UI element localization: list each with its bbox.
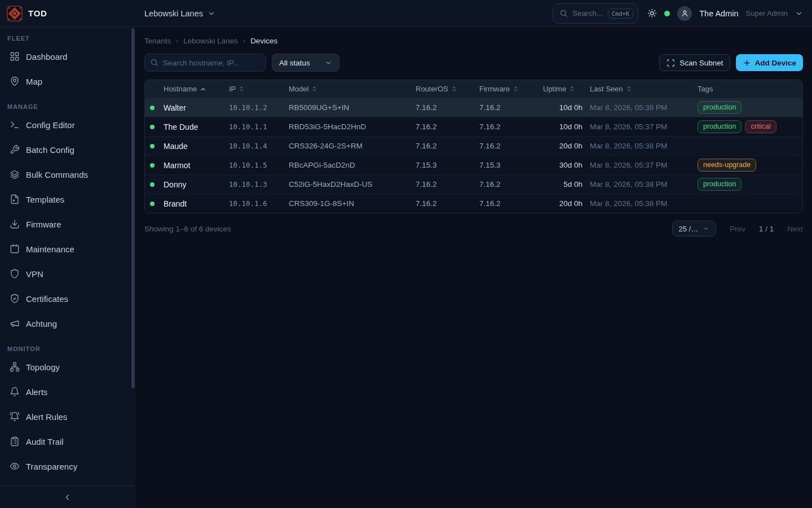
sidebar-section-manage: MANAGE (3, 103, 132, 110)
column-header-model[interactable]: Model (285, 85, 412, 93)
breadcrumb-item-devices: Devices (250, 37, 277, 45)
bell-ring-icon (10, 411, 20, 422)
sidebar-item-firmware[interactable]: Firmware (3, 212, 132, 237)
device-row-donny[interactable]: Donny 10.10.1.3 C52iG-5HaxD2HaxD-US 7.16… (145, 174, 802, 194)
device-tags: productioncritical (694, 120, 802, 133)
sidebar-item-certificates[interactable]: Certificates (3, 286, 132, 311)
sidebar-item-label: Config Editor (26, 120, 75, 130)
device-hostname: Walter (160, 103, 225, 112)
breadcrumb-item-lebowski-lanes[interactable]: Lebowski Lanes (183, 37, 238, 45)
bell-icon (10, 387, 20, 397)
table-footer: Showing 1–6 of 6 devices 25 /… Prev 1 / … (144, 221, 803, 237)
breadcrumb-separator: › (176, 37, 178, 45)
sidebar-scrollbar[interactable] (131, 28, 135, 388)
status-filter-select[interactable]: All status (272, 54, 339, 72)
device-routeros: 7.16.2 (412, 142, 475, 150)
device-row-the-dude[interactable]: The Dude 10.10.1.1 RBD53iG-5HacD2HnD 7.1… (145, 117, 802, 136)
column-header-last-seen[interactable]: Last Seen (586, 85, 694, 93)
main-content: Tenants›Lebowski Lanes›Devices All statu… (135, 27, 812, 508)
device-routeros: 7.16.2 (412, 180, 475, 189)
device-routeros: 7.16.2 (412, 199, 475, 208)
sidebar-item-batch-config[interactable]: Batch Config (3, 137, 132, 162)
page-size-select[interactable]: 25 /… (672, 221, 717, 237)
user-name: The Admin (699, 9, 738, 18)
sidebar-item-label: Alert Rules (26, 412, 67, 422)
search-icon (559, 9, 568, 17)
device-status-dot (150, 202, 155, 206)
add-device-button[interactable]: Add Device (736, 54, 803, 71)
page-indicator: 1 / 1 (759, 225, 774, 233)
next-page-button[interactable]: Next (787, 225, 803, 233)
global-search[interactable]: Search... Cmd+K (553, 3, 638, 24)
app-logo-icon (7, 6, 23, 21)
device-ip: 10.10.1.1 (225, 122, 285, 131)
sidebar-item-transparency[interactable]: Transparency (3, 454, 132, 479)
theme-toggle-sun-icon[interactable] (647, 8, 657, 18)
device-last-seen: Mar 8, 2026, 05:37 PM (586, 122, 694, 131)
device-tags: production (694, 178, 802, 191)
tag-production: production (698, 178, 742, 191)
device-row-brandt[interactable]: Brandt 10.10.1.6 CRS309-1G-8S+IN 7.16.2 … (145, 194, 802, 213)
scan-icon (667, 59, 675, 67)
scan-subnet-button[interactable]: Scan Subnet (659, 54, 730, 71)
device-status-dot (150, 182, 155, 187)
device-routeros: 7.15.3 (412, 161, 475, 169)
terminal-icon (10, 120, 20, 130)
device-model: RBcAPGi-5acD2nD (285, 161, 412, 169)
device-last-seen: Mar 8, 2026, 05:38 PM (586, 142, 694, 150)
device-row-maude[interactable]: Maude 10.10.1.4 CRS326-24G-2S+RM 7.16.2 … (145, 136, 802, 155)
column-header-uptime[interactable]: Uptime (539, 85, 586, 93)
device-ip: 10.10.1.3 (225, 180, 285, 189)
column-header-firmware[interactable]: Firmware (475, 85, 539, 93)
device-row-walter[interactable]: Walter 10.10.1.2 RB5009UG+S+IN 7.16.2 7.… (145, 98, 802, 117)
device-status-dot (150, 125, 155, 129)
column-header-routeros[interactable]: RouterOS (412, 85, 475, 93)
sidebar-item-vpn[interactable]: VPN (3, 261, 132, 286)
sidebar-item-audit-trail[interactable]: Audit Trail (3, 429, 132, 454)
page-size-value: 25 /… (679, 225, 699, 233)
devices-toolbar: All status Scan Subnet Add Device (144, 54, 803, 72)
chevron-down-icon (325, 59, 332, 67)
tenant-selector[interactable]: Lebowski Lanes (144, 9, 215, 18)
search-shortcut-badge: Cmd+K (608, 8, 634, 19)
sidebar-item-achtung[interactable]: Achtung (3, 311, 132, 336)
device-uptime: 10d 0h (539, 122, 586, 131)
sidebar-collapse-button[interactable] (0, 485, 135, 508)
column-header-hostname[interactable]: Hostname (160, 85, 225, 93)
sidebar-item-label: Audit Trail (26, 437, 64, 446)
sort-icon (569, 86, 575, 92)
device-status-dot (150, 144, 155, 148)
sidebar-item-bulk-commands[interactable]: Bulk Commands (3, 162, 132, 187)
avatar[interactable] (677, 6, 692, 21)
device-last-seen: Mar 8, 2026, 05:38 PM (586, 103, 694, 112)
sidebar-item-maintenance[interactable]: Maintenance (3, 237, 132, 261)
sidebar-item-dashboard[interactable]: Dashboard (3, 44, 132, 69)
device-hostname: The Dude (160, 122, 225, 132)
add-device-label: Add Device (754, 59, 796, 67)
devices-table-header: Hostname IP Model RouterOS Firmware Upti… (145, 80, 802, 98)
column-header-ip[interactable]: IP (225, 85, 285, 93)
sidebar-item-map[interactable]: Map (3, 69, 132, 94)
prev-page-button[interactable]: Prev (730, 225, 745, 233)
device-search-input[interactable] (144, 54, 266, 72)
sidebar-item-label: Alerts (26, 387, 47, 397)
device-model: CRS309-1G-8S+IN (285, 199, 412, 208)
device-row-marmot[interactable]: Marmot 10.10.1.5 RBcAPGi-5acD2nD 7.15.3 … (145, 155, 802, 174)
device-last-seen: Mar 8, 2026, 05:38 PM (586, 199, 694, 208)
sidebar-item-alerts[interactable]: Alerts (3, 379, 132, 404)
breadcrumb-item-tenants[interactable]: Tenants (144, 37, 171, 45)
clipboard-list-icon (10, 436, 20, 446)
devices-table-body: Walter 10.10.1.2 RB5009UG+S+IN 7.16.2 7.… (145, 98, 802, 213)
user-menu-chevron-icon[interactable] (795, 10, 803, 17)
sidebar-item-topology[interactable]: Topology (3, 354, 132, 379)
device-hostname: Marmot (160, 161, 225, 170)
sidebar-item-alert-rules[interactable]: Alert Rules (3, 404, 132, 429)
sidebar-item-config-editor[interactable]: Config Editor (3, 112, 132, 137)
device-model: RBD53iG-5HacD2HnD (285, 122, 412, 131)
megaphone-icon (10, 318, 20, 329)
device-routeros: 7.16.2 (412, 103, 475, 112)
device-hostname: Maude (160, 142, 225, 151)
map-pin-icon (10, 76, 20, 86)
sidebar-item-templates[interactable]: Templates (3, 187, 132, 212)
device-firmware: 7.16.2 (475, 199, 539, 208)
